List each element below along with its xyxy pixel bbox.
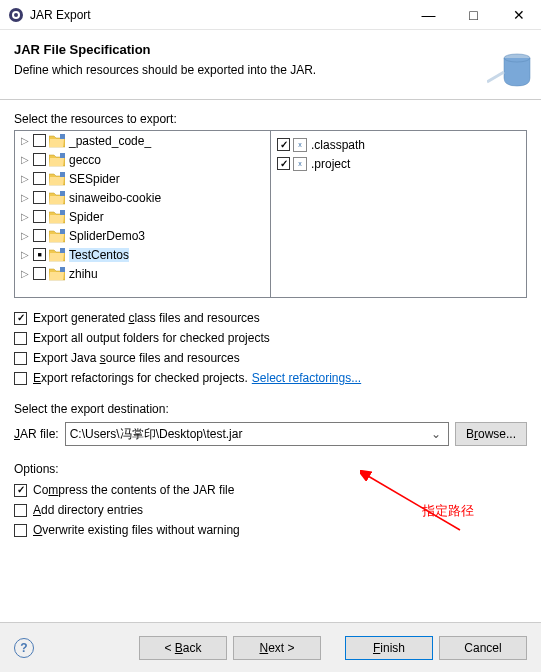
annotation-text: 指定路径 [422, 502, 474, 520]
folder-icon [49, 191, 65, 205]
expand-arrow-icon[interactable]: ▷ [17, 192, 33, 203]
tree-item[interactable]: ▷gecco [15, 150, 270, 169]
minimize-button[interactable]: — [406, 0, 451, 30]
header-title: JAR File Specification [14, 42, 527, 57]
finish-button[interactable]: Finish [345, 636, 433, 660]
checkbox-icon[interactable] [33, 134, 46, 147]
jar-file-combo[interactable]: C:\Users\冯掌印\Desktop\test.jar ⌄ [65, 422, 449, 446]
tree-item[interactable]: ▷sinaweibo-cookie [15, 188, 270, 207]
checkbox-icon[interactable] [33, 153, 46, 166]
checkbox-icon[interactable] [14, 352, 27, 365]
checkbox-icon[interactable] [33, 229, 46, 242]
checkbox-icon[interactable] [14, 332, 27, 345]
tree-item[interactable]: ▷zhihu [15, 264, 270, 283]
expand-arrow-icon[interactable]: ▷ [17, 135, 33, 146]
opt-java-source[interactable]: Export Java source files and resources [14, 348, 527, 368]
checkbox-icon[interactable] [33, 210, 46, 223]
folder-icon [49, 134, 65, 148]
tree-item[interactable]: ▷SESpider [15, 169, 270, 188]
folder-icon [49, 267, 65, 281]
opt-label: Export Java source files and resources [33, 351, 240, 365]
checkbox-icon[interactable] [14, 504, 27, 517]
project-name: SpliderDemo3 [69, 229, 145, 243]
checkbox-icon[interactable] [14, 524, 27, 537]
file-list[interactable]: x.classpathx.project [271, 131, 526, 297]
titlebar: JAR Export — □ ✕ [0, 0, 541, 30]
select-refactorings-link[interactable]: Select refactorings... [252, 371, 361, 385]
footer: ? < Back Next > Finish Cancel [0, 622, 541, 672]
checkbox-icon[interactable] [33, 191, 46, 204]
svg-rect-11 [60, 248, 65, 253]
options-label: Options: [14, 462, 527, 476]
close-button[interactable]: ✕ [496, 0, 541, 30]
expand-arrow-icon[interactable]: ▷ [17, 173, 33, 184]
maximize-button[interactable]: □ [451, 0, 496, 30]
opt-label: Export generated class files and resourc… [33, 311, 260, 325]
help-icon[interactable]: ? [14, 638, 34, 658]
expand-arrow-icon[interactable]: ▷ [17, 249, 33, 260]
svg-rect-9 [60, 210, 65, 215]
expand-arrow-icon[interactable]: ▷ [17, 268, 33, 279]
expand-arrow-icon[interactable]: ▷ [17, 154, 33, 165]
jar-file-value: C:\Users\冯掌印\Desktop\test.jar [70, 426, 428, 443]
header-subtitle: Define which resources should be exporte… [14, 63, 527, 77]
opt-generated[interactable]: Export generated class files and resourc… [14, 308, 527, 328]
window-title: JAR Export [30, 8, 406, 22]
file-item[interactable]: x.classpath [271, 135, 526, 154]
export-options: Export generated class files and resourc… [14, 308, 527, 388]
svg-rect-12 [60, 267, 65, 272]
checkbox-icon[interactable] [33, 172, 46, 185]
file-name: .classpath [311, 138, 365, 152]
app-icon [8, 7, 24, 23]
folder-icon [49, 153, 65, 167]
opt-overwrite[interactable]: Overwrite existing files without warning [14, 520, 527, 540]
svg-rect-10 [60, 229, 65, 234]
expand-arrow-icon[interactable]: ▷ [17, 211, 33, 222]
tree-item[interactable]: ▷Spider [15, 207, 270, 226]
jar-file-label: JAR file: [14, 427, 59, 441]
checkbox-icon[interactable] [277, 157, 290, 170]
opt-label: Export refactorings for checked projects… [33, 371, 248, 385]
project-name: _pasted_code_ [69, 134, 151, 148]
opt-output-folders[interactable]: Export all output folders for checked pr… [14, 328, 527, 348]
project-name: Spider [69, 210, 104, 224]
opt-label: Compress the contents of the JAR file [33, 483, 234, 497]
tree-item[interactable]: ▷TestCentos [15, 245, 270, 264]
cancel-button[interactable]: Cancel [439, 636, 527, 660]
browse-button[interactable]: Browse... [455, 422, 527, 446]
checkbox-icon[interactable] [14, 372, 27, 385]
project-name: sinaweibo-cookie [69, 191, 161, 205]
folder-icon [49, 210, 65, 224]
opt-label: Export all output folders for checked pr… [33, 331, 270, 345]
file-name: .project [311, 157, 350, 171]
next-button[interactable]: Next > [233, 636, 321, 660]
svg-rect-6 [60, 153, 65, 158]
chevron-down-icon[interactable]: ⌄ [428, 427, 444, 441]
project-name: SESpider [69, 172, 120, 186]
tree-item[interactable]: ▷SpliderDemo3 [15, 226, 270, 245]
destination-label: Select the export destination: [14, 402, 527, 416]
dialog-header: JAR File Specification Define which reso… [0, 30, 541, 100]
opt-refactorings[interactable]: Export refactorings for checked projects… [14, 368, 527, 388]
file-icon: x [293, 138, 307, 152]
project-name: gecco [69, 153, 101, 167]
resources-panel: ▷_pasted_code_▷gecco▷SESpider▷sinaweibo-… [14, 130, 527, 298]
svg-rect-7 [60, 172, 65, 177]
file-item[interactable]: x.project [271, 154, 526, 173]
folder-icon [49, 229, 65, 243]
tree-item[interactable]: ▷_pasted_code_ [15, 131, 270, 150]
checkbox-icon[interactable] [14, 484, 27, 497]
opt-compress[interactable]: Compress the contents of the JAR file [14, 480, 527, 500]
opt-label: Add directory entries [33, 503, 143, 517]
checkbox-icon[interactable] [14, 312, 27, 325]
opt-label: Overwrite existing files without warning [33, 523, 240, 537]
project-tree[interactable]: ▷_pasted_code_▷gecco▷SESpider▷sinaweibo-… [15, 131, 271, 297]
folder-icon [49, 172, 65, 186]
checkbox-icon[interactable] [33, 267, 46, 280]
checkbox-icon[interactable] [277, 138, 290, 151]
checkbox-icon[interactable] [33, 248, 46, 261]
expand-arrow-icon[interactable]: ▷ [17, 230, 33, 241]
jar-icon [487, 46, 535, 94]
back-button[interactable]: < Back [139, 636, 227, 660]
svg-rect-8 [60, 191, 65, 196]
